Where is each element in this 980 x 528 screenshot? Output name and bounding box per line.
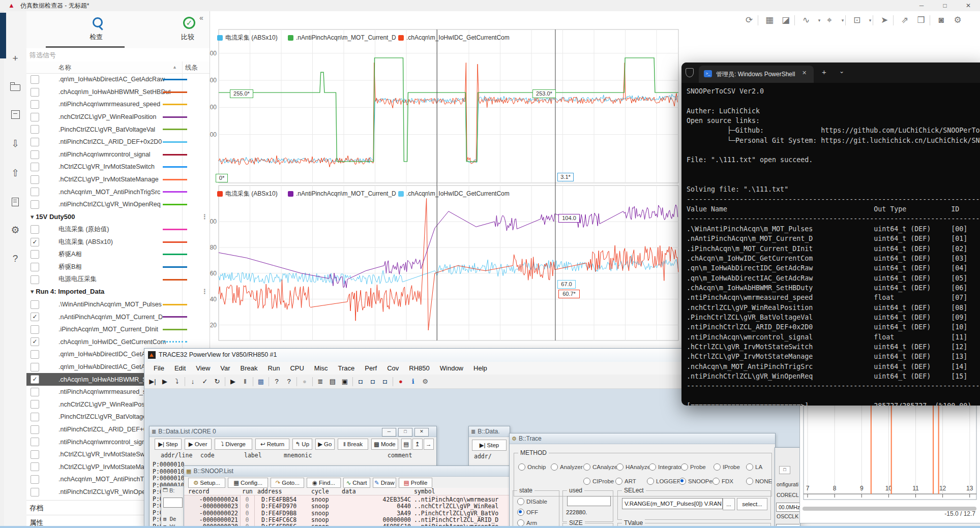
tools-icon[interactable]: ⚙	[419, 376, 431, 387]
signal-checkbox[interactable]	[31, 125, 39, 134]
fullscreen-icon[interactable]: ❒	[913, 13, 929, 27]
used-field[interactable]	[567, 496, 611, 506]
signal-checkbox[interactable]	[31, 150, 39, 159]
signal-group-header[interactable]: ▾ 15V Duty500⋮⋮	[26, 211, 210, 224]
config-field[interactable]: 00.0MHz	[776, 503, 799, 512]
datalist-extra-icon[interactable]: ▤	[401, 439, 411, 450]
powershell-tab[interactable]: >_ 管理员: Windows PowerShell ✕	[699, 66, 814, 83]
close-button[interactable]: ✕	[957, 0, 980, 11]
signal-row[interactable]: .nAntiPinchAcqn\m_MOT_Current_D	[26, 310, 210, 323]
signal-row[interactable]: .iPinchAcqn\m_MOT_Current_DInit	[26, 323, 210, 336]
menu-file[interactable]: File	[149, 364, 169, 372]
signal-checkbox[interactable]	[31, 475, 39, 484]
datalist-row[interactable]: P:0000010	[153, 475, 184, 482]
signal-checkbox[interactable]	[31, 450, 39, 459]
col-name[interactable]: 名称	[58, 64, 71, 72]
context-help-icon[interactable]: ?	[283, 376, 295, 387]
menu-break[interactable]: Break	[235, 364, 263, 372]
signal-row[interactable]: 电流采集 (原始值)	[26, 223, 210, 236]
group-menu-icon[interactable]: ⋮⋮	[201, 286, 210, 298]
signal-row[interactable]: .\WinAntiPinchAcqn\m_MOT_Pulses	[26, 298, 210, 311]
datalist-row[interactable]: P:0000010	[153, 461, 184, 468]
source-list-icon[interactable]: ◘	[354, 376, 367, 387]
sdi-plots[interactable]: 40030020010010080604020	[210, 28, 685, 349]
menu-run[interactable]: Run	[263, 364, 285, 372]
datalist-return-button[interactable]: ↩Return	[255, 439, 289, 450]
signal-checkbox[interactable]	[31, 300, 39, 309]
signal-checkbox[interactable]	[31, 250, 39, 259]
snoop-row[interactable]: -00000000210D:FE4FC6C8snoop00000000..nti…	[184, 516, 510, 523]
radio-fdx[interactable]: FDX	[712, 478, 733, 485]
signal-checkbox[interactable]	[31, 388, 39, 396]
datalist-diverge-button[interactable]: ⤵Diverge	[215, 439, 252, 450]
signal-checkbox[interactable]	[31, 413, 39, 421]
sort-asc-icon[interactable]: ▲	[172, 65, 177, 70]
signal-checkbox[interactable]	[31, 375, 39, 384]
signal-checkbox[interactable]	[31, 425, 39, 434]
signal-row[interactable]: 电流采集 (ABSx10)	[26, 236, 210, 249]
signal-row[interactable]: .hCtrlZCL\gVP_IrvMotStateManage	[26, 173, 210, 186]
snoop-profile-button[interactable]: ▤Profile	[399, 478, 432, 488]
signal-checkbox[interactable]	[31, 225, 39, 234]
signal-row[interactable]: .ntiPinchAcqn\wmrmeasured_speed	[26, 98, 210, 111]
snoop-row[interactable]: -00000000240D:FE4FBB54snoop42EB354C..nti…	[184, 496, 510, 503]
help-icon[interactable]: ?	[4, 251, 26, 266]
pointer-icon[interactable]: ➤	[877, 13, 892, 27]
signal-checkbox[interactable]	[31, 363, 39, 371]
signal-checkbox[interactable]	[31, 400, 39, 409]
signal-checkbox[interactable]	[31, 138, 39, 146]
signal-row[interactable]: 桥驱B相	[26, 261, 210, 273]
list-icon[interactable]: ≣	[314, 376, 326, 387]
expand-icon[interactable]: ⇗	[897, 13, 912, 27]
step-icon[interactable]: ▶|	[146, 376, 159, 387]
eraser-icon[interactable]: ◪	[778, 13, 793, 27]
snoop-find-button[interactable]: ◉Find...	[307, 478, 340, 488]
tree-item[interactable]: ⊞ De	[163, 516, 176, 522]
snoop-titlebar[interactable]: ▦B::SNOOP.List	[184, 466, 510, 477]
zoom-data-icon-caret[interactable]: ▾	[835, 13, 850, 27]
snoop-draw-button[interactable]: ✎Draw	[373, 478, 396, 488]
signal-checkbox[interactable]	[31, 488, 39, 496]
powershell-titlebar[interactable]: >_ 管理员: Windows PowerShell ✕ + ⌄	[681, 63, 980, 83]
snoop-config-button[interactable]: ▦Config...	[228, 478, 268, 488]
radio-ciprobe[interactable]: CIProbe	[583, 478, 614, 485]
menu-help[interactable]: Help	[468, 364, 492, 372]
datalist-minimize-button[interactable]: ─	[382, 428, 396, 437]
datalist-mode-button[interactable]: ▩Mode	[371, 439, 398, 450]
menu-view[interactable]: View	[191, 364, 215, 372]
col-line[interactable]: 线条	[185, 64, 198, 72]
snoop-setup-button[interactable]: ⚙Setup...	[188, 478, 225, 488]
go-down-icon[interactable]: ↓	[187, 376, 199, 387]
settings-gear-icon[interactable]: ⚙	[950, 13, 965, 27]
datalist-step-button[interactable]: ▶|Step	[155, 439, 182, 450]
new-tab-icon[interactable]: +	[822, 68, 826, 76]
radio-iprobe[interactable]: IProbe	[714, 463, 740, 471]
snoop-goto-button[interactable]: ↷Goto...	[271, 478, 304, 488]
import-icon[interactable]: ⇩	[4, 136, 26, 151]
go-icon[interactable]: ▶	[227, 376, 239, 387]
radio-probe[interactable]: Probe	[681, 463, 706, 471]
report-icon[interactable]	[4, 194, 26, 209]
signal-row[interactable]: .nchAcqn\m_MOT_AntiPinchTrigSrc	[26, 185, 210, 198]
layout-grid-icon[interactable]: ▦	[762, 13, 777, 27]
menu-misc[interactable]: Misc	[309, 364, 333, 372]
radio-arm[interactable]: Arm	[517, 519, 537, 526]
datalist-row[interactable]: P:0000010	[153, 468, 184, 475]
signal-checkbox[interactable]	[31, 350, 39, 359]
signal-checkbox[interactable]	[31, 113, 39, 121]
select-button[interactable]: select...	[737, 498, 767, 510]
signal-checkbox[interactable]	[31, 462, 39, 471]
help-icon[interactable]: ?	[271, 376, 283, 387]
breakpoint-icon[interactable]: ●	[395, 376, 407, 387]
snapshot-camera-icon[interactable]: ◙	[934, 13, 949, 27]
menu-rh850[interactable]: RH850	[404, 364, 434, 372]
snoop-chart-button[interactable]: ∿Chart	[343, 478, 370, 488]
datalist2-titlebar[interactable]: ≣B::Data.	[469, 426, 510, 437]
signal-checkbox[interactable]	[31, 438, 39, 446]
menu-perf[interactable]: Perf	[360, 364, 382, 372]
signal-row[interactable]: .nchCtrlZCL\gVP_WinRealPosition	[26, 111, 210, 123]
datalist-maximize-button[interactable]: □	[398, 428, 412, 437]
go-up-icon[interactable]: ↻	[211, 376, 223, 387]
radio-integrator[interactable]: Integrator	[649, 463, 683, 471]
menu-edit[interactable]: Edit	[169, 364, 191, 372]
